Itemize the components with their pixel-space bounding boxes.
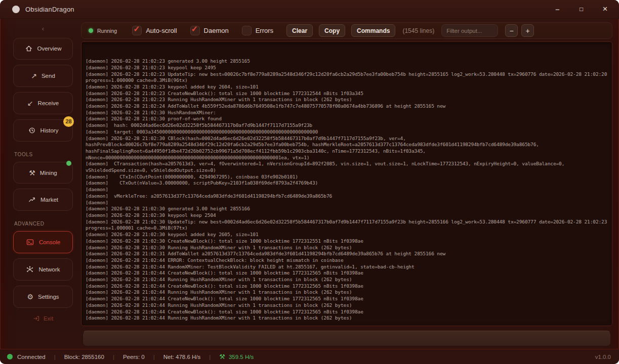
log-line: [daemon] hash: 0002d4ad6ec6d26e02d32258f… (86, 122, 608, 129)
log-line: [daemon] 2026-02-28 21:02:30 CreateNewBl… (86, 238, 608, 245)
statusbar-separator: | (113, 354, 114, 360)
filter-input[interactable] (441, 24, 498, 37)
console-output-panel[interactable]: [daemon] 2026-02-28 21:02:23 generated 3… (81, 41, 612, 326)
log-line: [daemon] 2026-02-28 21:02:30 HushRandomX… (86, 110, 608, 116)
home-icon (25, 44, 33, 53)
autoscroll-checkbox[interactable]: ✓ (132, 26, 142, 35)
sidebar-item-label: Receive (38, 100, 59, 106)
statusbar-separator: | (153, 354, 155, 360)
log-line: [daemon] 2026-02-28 21:02:23 generated 3… (86, 58, 608, 65)
sidebar-item-network[interactable]: Network (13, 258, 73, 281)
errors-checkbox[interactable] (242, 26, 252, 35)
log-line: [daemon] CTxOut(nValue=3.00000000, scrip… (86, 180, 608, 187)
log-line: [daemon] 2026-02-28 21:02:30 generated 3… (86, 206, 608, 212)
sidebar-item-market[interactable]: Market (13, 189, 73, 211)
copy-button[interactable]: Copy (319, 24, 345, 37)
checkmark-icon: ✓ (191, 24, 198, 34)
sidebar-item-overview[interactable]: Overview (13, 38, 73, 60)
log-line: [daemon] (86, 187, 608, 193)
sidebar: ‹ Overview ↗ Send ↙ Receive History 28 T… (10, 22, 76, 328)
sidebar-item-console[interactable]: Console (13, 231, 73, 253)
log-line: [daemon] 2026-02-28 21:02:23 CreateNewBl… (86, 90, 608, 97)
sidebar-item-label: Market (40, 197, 58, 203)
sidebar-item-mining[interactable]: ⚒ Mining (13, 162, 73, 184)
log-line: [daemon] 2026-02-28 21:02:44 RandomXMine… (86, 264, 608, 270)
mining-hashrate-icon: ⚒ (219, 353, 225, 360)
log-line: [daemon] 2026-02-28 21:02:30 keypool kee… (86, 212, 608, 219)
font-smaller-button[interactable]: − (505, 24, 518, 37)
sidebar-item-label: Network (38, 266, 60, 272)
errors-label: Errors (256, 27, 273, 34)
log-line: [daemon] 2026-02-28 21:02:44 CreateNewBl… (86, 283, 608, 290)
log-line: [daemon] 2026-02-28 21:02:30 UpdateTip: … (86, 219, 608, 232)
sidebar-item-label: History (40, 127, 59, 133)
log-line: [daemon] 2026-02-28 21:02:44 Running Hus… (86, 315, 608, 322)
log-line: [daemon] CTxIn(COutPoint(0000000000, 429… (86, 174, 608, 180)
log-line: [daemon] 2026-02-28 21:02:30 proof-of-wo… (86, 116, 608, 122)
sidebar-item-receive[interactable]: ↙ Receive (13, 92, 73, 114)
window-title: ObsidianDragon (25, 6, 74, 13)
sidebar-item-label: Console (39, 239, 60, 245)
sidebar-item-exit[interactable]: Exit (10, 313, 76, 325)
errors-checkbox-group[interactable]: Errors (242, 26, 273, 35)
daemon-status-label: Running (97, 28, 117, 34)
daemon-checkbox-group[interactable]: ✓ Daemon (190, 26, 229, 35)
log-line: [daemon] 2026-02-28 21:02:30 keypool add… (86, 232, 608, 238)
sidebar-item-label: Mining (40, 170, 57, 176)
commands-button[interactable]: Commands (351, 24, 395, 37)
statusbar-separator: | (209, 354, 211, 360)
daemon-status-dot (89, 28, 93, 33)
log-line: [daemon] 2026-02-28 21:02:44 CreateNewBl… (86, 296, 608, 302)
sidebar-item-history[interactable]: History 28 (13, 119, 73, 142)
statusbar-separator: | (54, 354, 56, 360)
app-version: v1.0.0 (595, 354, 611, 360)
sidebar-item-settings[interactable]: ⚙ Settings (13, 286, 73, 308)
log-line: [daemon] target: 0003a345000000000000000… (86, 129, 608, 135)
mining-active-dot (66, 161, 71, 166)
maximize-button[interactable]: □ (569, 0, 593, 18)
log-line: [daemon] 2026-02-28 21:02:44 CreateNewBl… (86, 309, 608, 315)
connection-status: Connected (17, 354, 46, 360)
mining-tools-icon: ⚒ (29, 169, 35, 176)
sidebar-section-advanced: ADVANCED (14, 221, 72, 226)
minimize-button[interactable]: − (546, 0, 569, 18)
console-command-input[interactable] (82, 331, 611, 346)
sidebar-collapse-button[interactable]: ‹ (10, 24, 76, 33)
daemon-checkbox[interactable]: ✓ (190, 26, 200, 35)
log-line: [daemon] (86, 200, 608, 206)
peers-count: Peers: 0 (123, 354, 145, 360)
log-line: [daemon] 2026-02-28 21:02:44 Running Hus… (86, 277, 608, 283)
close-button[interactable]: × (593, 0, 617, 18)
autoscroll-label: Auto-scroll (146, 27, 177, 34)
history-badge: 28 (63, 116, 74, 127)
network-hashrate: Net: 478.6 H/s (163, 354, 201, 360)
block-height: Block: 2855160 (64, 354, 104, 360)
arrow-down-left-icon: ↙ (27, 100, 33, 107)
terminal-icon (26, 238, 34, 246)
sidebar-item-label: Settings (38, 294, 59, 300)
titlebar: ObsidianDragon − □ × (0, 0, 619, 19)
arrow-up-right-icon: ↗ (31, 72, 37, 79)
statusbar: Connected | Block: 2855160 | Peers: 0 | … (0, 349, 619, 364)
log-line: [daemon] 2026-02-28 21:02:44 CreateNewBl… (86, 270, 608, 277)
connection-status-dot (7, 354, 13, 359)
log-line: [daemon] 2026-02-28 21:02:44 Running Hus… (86, 289, 608, 296)
trend-chart-icon (28, 196, 36, 204)
local-hashrate: 359.5 H/s (229, 354, 254, 360)
clear-button[interactable]: Clear (286, 24, 313, 37)
history-clock-icon (28, 126, 36, 134)
exit-label: Exit (44, 315, 53, 322)
log-line: [daemon] 2026-02-28 21:02:23 UpdateTip: … (86, 71, 608, 84)
log-line: [daemon] 2026-02-28 21:02:24 AddToWallet… (86, 103, 608, 110)
log-line: [daemon] 2026-02-28 21:02:23 keypool kee… (86, 65, 608, 71)
window-controls: − □ × (546, 0, 619, 18)
sidebar-item-send[interactable]: ↗ Send (13, 65, 73, 87)
network-nodes-icon (26, 265, 34, 274)
sidebar-section-tools: TOOLS (14, 152, 72, 157)
app-logo-icon (12, 6, 20, 13)
log-line: [daemon] 2026-02-28 21:02:23 Running Hus… (86, 97, 608, 103)
console-toolbar: Running ✓ Auto-scroll ✓ Daemon Errors Cl… (81, 22, 612, 39)
autoscroll-checkbox-group[interactable]: ✓ Auto-scroll (132, 26, 177, 35)
log-line: [daemon] 2026-02-28 21:02:44 ERROR: Cont… (86, 257, 608, 264)
font-larger-button[interactable]: + (521, 24, 534, 37)
